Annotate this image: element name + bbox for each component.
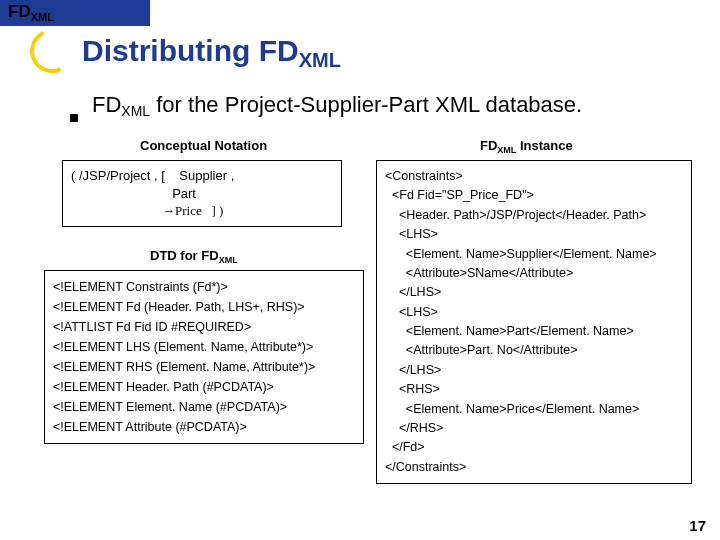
bullet-icon bbox=[70, 114, 78, 122]
bullet-text: FDXML for the Project-Supplier-Part XML … bbox=[92, 92, 582, 118]
dtd-prefix: DTD for bbox=[150, 248, 201, 263]
inst-line: <Attribute>Part. No</Attribute> bbox=[385, 341, 683, 360]
instance-box: <Constraints> <Fd Fid="SP_Price_FD"> <He… bbox=[376, 160, 692, 484]
dtd-line: <!ELEMENT Attribute (#PCDATA)> bbox=[53, 417, 355, 437]
inst-line: <Fd Fid="SP_Price_FD"> bbox=[385, 186, 683, 205]
inst-suffix: Instance bbox=[516, 138, 572, 153]
title-row: Distributing FDXML bbox=[30, 26, 710, 76]
conceptual-l3: →Price ] ) bbox=[71, 202, 333, 220]
inst-line: <LHS> bbox=[385, 225, 683, 244]
inst-line: </LHS> bbox=[385, 361, 683, 380]
dtd-line: <!ELEMENT RHS (Element. Name, Attribute*… bbox=[53, 357, 355, 377]
page-number: 17 bbox=[689, 517, 706, 534]
conceptual-box: ( /JSP/Project , [ Supplier , Part →Pric… bbox=[62, 160, 342, 227]
header-logo: FDXML bbox=[8, 2, 54, 22]
conceptual-l1: ( /JSP/Project , [ Supplier , bbox=[71, 167, 333, 185]
dtd-xml: XML bbox=[219, 255, 238, 265]
inst-xml: XML bbox=[497, 145, 516, 155]
inst-line: <Element. Name>Price</Element. Name> bbox=[385, 400, 683, 419]
inst-line: <Element. Name>Part</Element. Name> bbox=[385, 322, 683, 341]
conceptual-l2: Part bbox=[71, 185, 333, 203]
inst-line: <RHS> bbox=[385, 380, 683, 399]
inst-line: </Constraints> bbox=[385, 458, 683, 477]
dtd-box: <!ELEMENT Constraints (Fd*)> <!ELEMENT F… bbox=[44, 270, 364, 444]
inst-line: </RHS> bbox=[385, 419, 683, 438]
inst-line: <Attribute>SName</Attribute> bbox=[385, 264, 683, 283]
bullet-row: FDXML for the Project-Supplier-Part XML … bbox=[70, 92, 690, 118]
inst-line: <LHS> bbox=[385, 303, 683, 322]
title-fd: FD bbox=[259, 34, 299, 67]
slide-title: Distributing FDXML bbox=[82, 34, 341, 68]
inst-line: </LHS> bbox=[385, 283, 683, 302]
title-prefix: Distributing bbox=[82, 34, 259, 67]
bullet-xml: XML bbox=[121, 103, 150, 119]
bullet-suffix: for the Project-Supplier-Part XML databa… bbox=[150, 92, 582, 117]
heading-instance: FDXML Instance bbox=[480, 138, 573, 153]
title-xml: XML bbox=[299, 49, 341, 71]
dtd-line: <!ELEMENT Fd (Header. Path, LHS+, RHS)> bbox=[53, 297, 355, 317]
bullet-fd: FD bbox=[92, 92, 121, 117]
inst-line: <Constraints> bbox=[385, 167, 683, 186]
dtd-line: <!ELEMENT Header. Path (#PCDATA)> bbox=[53, 377, 355, 397]
inst-line: <Header. Path>/JSP/Project</Header. Path… bbox=[385, 206, 683, 225]
inst-fd: FD bbox=[480, 138, 497, 153]
dtd-line: <!ELEMENT Constraints (Fd*)> bbox=[53, 277, 355, 297]
dtd-line: <!ELEMENT LHS (Element. Name, Attribute*… bbox=[53, 337, 355, 357]
header-fd: FD bbox=[8, 2, 31, 22]
dtd-line: <!ELEMENT Element. Name (#PCDATA)> bbox=[53, 397, 355, 417]
inst-line: <Element. Name>Supplier</Element. Name> bbox=[385, 245, 683, 264]
heading-conceptual: Conceptual Notation bbox=[140, 138, 267, 153]
header-xml: XML bbox=[31, 11, 54, 23]
dtd-fd: FD bbox=[201, 248, 218, 263]
arc-icon bbox=[24, 23, 80, 79]
inst-line: </Fd> bbox=[385, 438, 683, 457]
heading-dtd: DTD for FDXML bbox=[150, 248, 238, 263]
dtd-line: <!ATTLIST Fd Fid ID #REQUIRED> bbox=[53, 317, 355, 337]
